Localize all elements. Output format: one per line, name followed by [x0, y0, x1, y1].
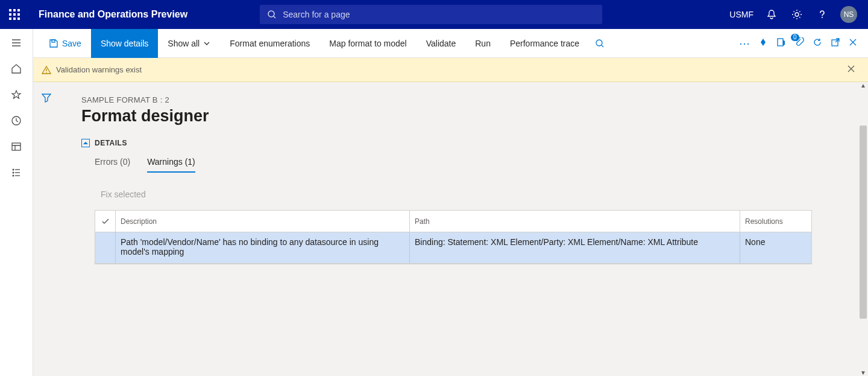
- perf-trace-label: Performance trace: [510, 39, 579, 48]
- validate-label: Validate: [426, 39, 456, 48]
- diamond-icon[interactable]: [758, 37, 768, 49]
- scrollbar[interactable]: ▲ ▼: [858, 82, 868, 376]
- grid-header: Description Path Resolutions: [95, 211, 811, 232]
- scroll-thumb[interactable]: [860, 126, 867, 319]
- col-resolutions[interactable]: Resolutions: [740, 211, 811, 232]
- format-enum-label: Format enumerations: [230, 39, 310, 48]
- save-label: Save: [62, 39, 81, 48]
- svg-rect-12: [778, 39, 783, 46]
- search-icon: [595, 39, 605, 48]
- save-icon: [49, 39, 58, 48]
- more-icon[interactable]: ⋯: [739, 37, 750, 50]
- validate-button[interactable]: Validate: [417, 29, 466, 58]
- find-button[interactable]: [589, 29, 611, 58]
- svg-rect-5: [12, 143, 20, 150]
- search-icon: [267, 10, 277, 19]
- notification-text: Validation warnings exist: [56, 65, 142, 74]
- page-title: Format designer: [81, 107, 850, 126]
- svg-point-8: [13, 175, 14, 177]
- command-bar-right: ⋯ 0: [739, 37, 868, 50]
- nav-rail: [0, 29, 33, 376]
- save-button[interactable]: Save: [39, 29, 91, 58]
- details-section-header[interactable]: DETAILS: [81, 139, 850, 147]
- waffle-menu[interactable]: [0, 9, 29, 20]
- svg-rect-9: [52, 40, 55, 42]
- col-path[interactable]: Path: [410, 211, 740, 232]
- svg-point-0: [268, 11, 274, 17]
- notification-close[interactable]: [848, 65, 860, 74]
- scroll-down-icon[interactable]: ▼: [860, 369, 867, 376]
- user-avatar[interactable]: NS: [840, 6, 857, 23]
- collapse-toggle[interactable]: [81, 139, 90, 147]
- format-enumerations-button[interactable]: Format enumerations: [220, 29, 319, 58]
- show-details-button[interactable]: Show details: [91, 29, 158, 58]
- run-button[interactable]: Run: [465, 29, 500, 58]
- cell-description: Path 'model/Vendor/Name' has no binding …: [116, 232, 410, 263]
- hamburger-icon[interactable]: [11, 37, 22, 50]
- waffle-icon: [9, 9, 20, 20]
- refresh-icon[interactable]: [813, 37, 822, 49]
- performance-trace-button[interactable]: Performance trace: [500, 29, 589, 58]
- check-icon: [101, 217, 110, 226]
- svg-line-11: [602, 45, 603, 47]
- command-bar: Save Show details Show all Format enumer…: [33, 29, 868, 58]
- app-header: Finance and Operations Preview Search fo…: [0, 0, 868, 29]
- home-icon[interactable]: [11, 63, 22, 76]
- grid-select-all[interactable]: [95, 211, 116, 232]
- close-icon[interactable]: [849, 38, 857, 48]
- svg-point-7: [13, 172, 14, 174]
- svg-point-10: [596, 40, 602, 46]
- cell-resolutions: None: [740, 232, 811, 263]
- open-office-icon[interactable]: [776, 37, 786, 49]
- scroll-up-icon[interactable]: ▲: [860, 82, 867, 89]
- svg-point-15: [46, 72, 47, 73]
- show-all-button[interactable]: Show all: [158, 29, 220, 58]
- show-all-label: Show all: [168, 39, 200, 48]
- bell-icon[interactable]: [764, 7, 779, 22]
- svg-point-6: [13, 169, 14, 171]
- history-icon[interactable]: [11, 115, 22, 128]
- tab-warnings[interactable]: Warnings (1): [147, 157, 195, 173]
- cell-path: Binding: Statement: XML Element/Party: X…: [410, 232, 740, 263]
- svg-point-3: [822, 17, 823, 18]
- filter-column: [33, 82, 60, 376]
- run-label: Run: [475, 39, 491, 48]
- details-label: DETAILS: [95, 139, 127, 147]
- svg-line-1: [274, 16, 275, 18]
- filter-icon[interactable]: [42, 93, 51, 376]
- modules-icon[interactable]: [11, 167, 22, 180]
- notification-bar: Validation warnings exist: [33, 58, 868, 82]
- warnings-grid: Description Path Resolutions Path 'model…: [95, 210, 812, 264]
- svg-point-2: [795, 13, 799, 16]
- map-format-button[interactable]: Map format to model: [319, 29, 416, 58]
- grid-row[interactable]: Path 'model/Vendor/Name' has no binding …: [95, 232, 811, 264]
- content-area: SAMPLE FORMAT B : 2 Format designer DETA…: [33, 82, 868, 376]
- chevron-down-icon: [203, 40, 210, 47]
- global-search[interactable]: Search for a page: [260, 5, 602, 24]
- breadcrumb: SAMPLE FORMAT B : 2: [81, 95, 850, 104]
- search-placeholder: Search for a page: [283, 10, 350, 19]
- workspace-icon[interactable]: [11, 141, 22, 154]
- star-icon[interactable]: [11, 89, 22, 102]
- attachments-icon[interactable]: 0: [794, 37, 804, 49]
- popout-icon[interactable]: [831, 37, 840, 49]
- tabs: Errors (0) Warnings (1): [95, 157, 850, 173]
- main-panel: SAMPLE FORMAT B : 2 Format designer DETA…: [60, 82, 868, 376]
- gear-icon[interactable]: [790, 7, 804, 22]
- header-right: USMF NS: [729, 6, 868, 23]
- company-label[interactable]: USMF: [729, 10, 753, 19]
- help-icon[interactable]: [815, 7, 829, 22]
- warning-icon: [42, 65, 51, 75]
- map-model-label: Map format to model: [329, 39, 406, 48]
- attachments-badge: 0: [791, 34, 799, 41]
- col-description[interactable]: Description: [116, 211, 410, 232]
- tab-errors[interactable]: Errors (0): [95, 157, 130, 173]
- row-select[interactable]: [95, 232, 116, 263]
- app-title: Finance and Operations Preview: [29, 9, 187, 20]
- show-details-label: Show details: [101, 39, 148, 48]
- fix-selected-button[interactable]: Fix selected: [101, 190, 850, 199]
